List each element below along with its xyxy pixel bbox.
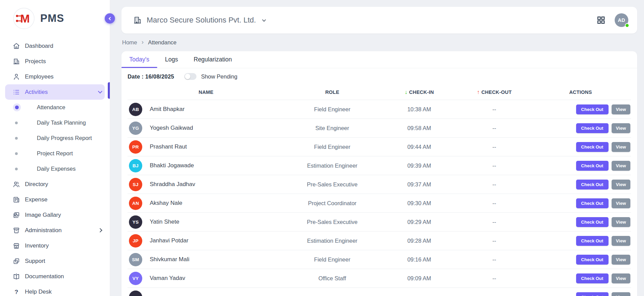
sidebar-item-label: Documentation [25,273,102,280]
sidebar-item-dashboard[interactable]: Dashboard [5,38,105,54]
employee-role: Field Engineer [284,106,380,113]
sidebar-subitem-label: Project Report [37,150,73,157]
sidebar-subitem-project-report[interactable]: Project Report [0,146,110,161]
tab-regularization[interactable]: Regularization [186,51,240,68]
sidebar-item-directory[interactable]: Directory [5,177,105,192]
check-out-button[interactable]: Check Out [576,180,609,189]
image-icon [13,211,20,219]
home-icon [13,42,20,50]
check-out-button[interactable]: Check Out [576,123,609,133]
arrow-down-icon: ↓ [405,89,407,95]
employee-name: Yogesh Gaikwad [150,125,193,131]
check-out-button[interactable]: Check Out [576,236,609,246]
table-row: BJBhakti JogawadeEstimation Engineer09:3… [128,156,631,175]
view-button[interactable]: View [612,217,630,227]
sidebar-item-documentation[interactable]: Documentation [5,269,105,284]
sidebar-item-help-desk[interactable]: ?Help Desk [5,284,105,296]
sidebar-collapse-button[interactable] [105,13,115,24]
column-check-out: ↑ CHECK-OUT [458,89,530,95]
employee-name: Amit Bhapkar [150,106,185,113]
view-button[interactable]: View [612,104,630,114]
check-in-time: 09:09 AM [380,275,458,282]
check-in-time: 09:44 AM [380,144,458,150]
check-out-button[interactable]: Check Out [576,292,609,296]
check-in-time: 10:38 AM [380,106,458,113]
sidebar-subitem-daily-expenses[interactable]: Daily Expenses [0,161,110,177]
check-out-time: -- [458,106,530,113]
sidebar-item-expense[interactable]: Expense [5,192,105,207]
view-button[interactable]: View [612,142,630,152]
check-out-time: -- [458,163,530,169]
question-icon: ? [13,288,20,296]
check-out-button[interactable]: Check Out [576,142,609,152]
view-button[interactable]: View [612,180,630,189]
check-out-button[interactable]: Check Out [576,217,609,227]
filter-row: Date : 16/08/2025 Show Pending [121,68,637,85]
view-button[interactable]: View [612,236,630,246]
check-out-button[interactable]: Check Out [576,255,609,265]
sidebar-item-employees[interactable]: Employees [5,69,105,84]
sidebar-subitem-attendance[interactable]: Attendance [0,100,110,115]
tab-todays[interactable]: Today's [121,51,157,68]
sidebar-item-image-gallary[interactable]: Image Gallary [5,207,105,223]
check-in-time: 09:37 AM [380,181,458,188]
show-pending-toggle[interactable] [184,73,196,80]
employee-name: Vaman Yadav [150,275,185,282]
sidebar-subitem-daily-progress-report[interactable]: Daily Progress Report [0,130,110,146]
sidebar-subitem-label: Daily Progress Report [37,135,92,141]
sidebar-item-inventory[interactable]: Inventory [5,238,105,253]
view-button[interactable]: View [612,255,630,265]
sidebar-item-administration[interactable]: Administration [5,223,105,238]
sidebar-item-activities[interactable]: Activities [5,84,105,100]
employee-name: Yatin Shete [150,219,179,225]
building-icon [13,58,20,65]
main-area: Marco Secure Solutions Pvt. Ltd. AD Home… [110,0,644,296]
people-icon [13,181,20,188]
view-button[interactable]: View [612,273,630,283]
sidebar-item-projects[interactable]: Projects [5,54,105,69]
check-out-button[interactable]: Check Out [576,161,609,171]
view-button[interactable]: View [612,161,630,171]
check-in-time: 09:30 AM [380,200,458,207]
breadcrumb-home[interactable]: Home [122,39,137,46]
check-out-button[interactable]: Check Out [576,104,609,114]
table-row: PRPrashant RautField Engineer09:44 AM--C… [128,137,631,156]
arrow-up-icon: ↑ [477,89,480,95]
avatar: PR [129,140,142,154]
sidebar-item-label: Inventory [25,242,102,249]
svg-text:?: ? [15,288,18,295]
chevron-down-icon [262,18,266,22]
attendance-table: NAME ROLE ↓ CHECK-IN ↑ CHECK-OUT ACTIONS… [121,85,637,296]
bullet-icon [15,105,19,109]
check-out-button[interactable]: Check Out [576,198,609,208]
check-out-time: -- [458,219,530,225]
view-button[interactable]: View [612,292,630,296]
sidebar-nav: DashboardProjectsEmployeesActivitiesAtte… [0,38,110,296]
date-label: Date : 16/08/2025 [128,73,174,80]
avatar: SJ [129,178,142,191]
employee-name: Prashant Raut [150,143,187,150]
tab-logs[interactable]: Logs [157,51,186,68]
svg-text:M: M [20,12,30,25]
active-nav-indicator [108,82,110,99]
breadcrumb: Home › Attendance [121,33,637,51]
building-icon [133,16,142,25]
view-button[interactable]: View [612,198,630,208]
sidebar-item-support[interactable]: Support [5,253,105,269]
chevron-left-icon [109,17,112,20]
sidebar-item-label: Support [25,258,102,265]
user-avatar-button[interactable]: AD [615,13,628,27]
employee-name: Janhavi Potdar [150,237,188,244]
sidebar-subitem-label: Attendance [37,104,65,111]
sidebar-subitem-daily-task-planning[interactable]: Daily Task Planning [0,115,110,130]
check-out-button[interactable]: Check Out [576,273,609,283]
apps-grid-button[interactable] [596,15,606,25]
company-selector[interactable]: Marco Secure Solutions Pvt. Ltd. [133,16,265,25]
employee-role: Estimation Engineer [284,163,380,169]
sidebar-item-label: Projects [25,58,102,65]
list-icon [13,88,20,96]
table-row: SMShivkumar MaliField Engineer09:16 AM--… [128,250,631,269]
avatar: YG [129,122,142,135]
logo: M PMS [0,0,110,36]
view-button[interactable]: View [612,123,630,133]
